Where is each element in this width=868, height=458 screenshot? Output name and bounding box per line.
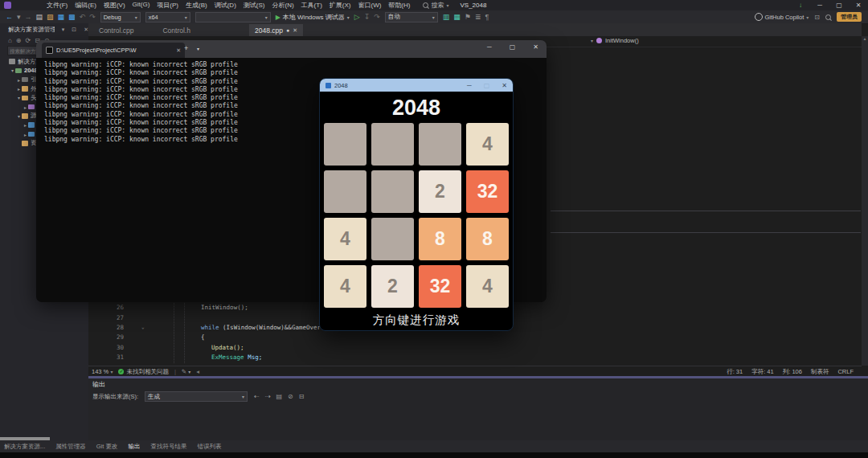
messages-icon[interactable]: ▤: [276, 393, 283, 400]
line-number: 26: [100, 304, 124, 311]
game-close-button[interactable]: ✕: [502, 82, 507, 89]
nav-back-icon[interactable]: ←: [6, 13, 13, 21]
dock-chevron-icon[interactable]: ▾: [62, 27, 65, 33]
editor-tab[interactable]: Control.cpp: [93, 24, 139, 36]
pin-icon[interactable]: ⊡: [72, 27, 76, 33]
editor-tab[interactable]: 2048.cpp●✕: [249, 24, 303, 36]
step-over-icon[interactable]: ↷: [374, 13, 380, 21]
terminal-titlebar[interactable]: D:\UE5Project\Project\CPP\W ✕ + ▾ ─ ▢ ✕: [36, 40, 547, 58]
nav-back-dropdown-icon[interactable]: ▾: [17, 13, 21, 21]
clear-all-icon[interactable]: ⊘: [288, 393, 293, 400]
vs-2022-window: 文件(F)编辑(E)视图(V)Git(G)项目(P)生成(B)调试(D)测试(S…: [0, 0, 868, 458]
tree-expander-icon[interactable]: ▸: [23, 122, 28, 128]
profiler-play-icon[interactable]: ▷: [354, 13, 360, 21]
tab-close-icon[interactable]: ✕: [293, 27, 297, 34]
home-icon[interactable]: ⌂: [8, 37, 12, 44]
menu-item[interactable]: 生成(B): [186, 1, 207, 10]
feedback-icon[interactable]: ⊡: [814, 14, 820, 21]
indent-icon[interactable]: ≣: [475, 13, 481, 21]
next-message-icon[interactable]: ⇢: [265, 393, 271, 400]
bottom-panel-tab[interactable]: Git 更改: [96, 443, 118, 451]
menu-item[interactable]: 测试(S): [244, 1, 265, 10]
tree-expander-icon[interactable]: ▸: [16, 86, 22, 92]
new-file-icon[interactable]: ▤: [36, 13, 43, 21]
editor-vertical-scrollbar[interactable]: ▲: [862, 36, 868, 366]
editor-tab[interactable]: Control.h: [157, 24, 196, 36]
update-available-icon[interactable]: ↓: [799, 2, 802, 9]
terminal-tab[interactable]: D:\UE5Project\Project\CPP\W ✕: [42, 43, 185, 58]
menu-item[interactable]: 扩展(X): [330, 1, 351, 10]
new-tab-button[interactable]: +: [184, 44, 188, 52]
output-panel-title: 输出: [88, 378, 868, 389]
startup-item-dropdown[interactable]: ▾: [195, 12, 271, 22]
configuration-dropdown[interactable]: Debug▾: [100, 12, 141, 22]
terminal-tab-close-icon[interactable]: ✕: [176, 47, 181, 54]
memory-icon[interactable]: ▦: [453, 13, 461, 21]
document-health-indicator[interactable]: ✓ 未找到相关问题: [118, 368, 169, 376]
terminal-close-button[interactable]: ✕: [533, 43, 538, 51]
menu-item[interactable]: 窗口(W): [358, 1, 381, 10]
tile-32: 32: [466, 170, 509, 213]
tree-expander-icon[interactable]: ▸: [23, 104, 28, 110]
step-into-icon[interactable]: ↧: [364, 13, 371, 21]
save-all-icon[interactable]: ▩: [68, 13, 76, 21]
bottom-panel-tab[interactable]: 输出: [128, 443, 140, 451]
open-folder-icon[interactable]: ▨: [47, 13, 54, 21]
menu-item[interactable]: 帮助(H): [388, 1, 410, 10]
game-minimize-button[interactable]: ─: [467, 82, 472, 89]
redo-icon[interactable]: ↷: [89, 13, 96, 21]
menu-item[interactable]: 视图(V): [104, 1, 125, 10]
refresh-icon[interactable]: ⟳: [26, 37, 31, 44]
zoom-dropdown[interactable]: 143 % ▾: [92, 368, 113, 375]
minimize-button[interactable]: ─: [810, 2, 829, 9]
wordwrap-icon[interactable]: ⊟: [299, 393, 305, 400]
tree-node-icon: [22, 113, 28, 119]
bookmark-icon[interactable]: ⚑: [465, 13, 471, 21]
add-item-icon[interactable]: ⊕: [16, 37, 22, 44]
pilcrow-icon[interactable]: ¶: [485, 13, 489, 21]
run-button[interactable]: ▶ 本地 Windows 调试器 ▾: [276, 13, 350, 22]
undo-icon[interactable]: ↶: [80, 13, 86, 21]
bottom-panel-tab[interactable]: 查找符号结果: [150, 443, 186, 451]
unsaved-dot-icon: ●: [286, 27, 289, 33]
menu-item[interactable]: 工具(T): [301, 1, 322, 10]
tab-dropdown-icon[interactable]: ▾: [197, 46, 199, 51]
code-cleanup-icon[interactable]: ✎ ▾: [182, 368, 190, 375]
tree-expander-icon[interactable]: ▾: [10, 67, 15, 73]
tree-expander-icon[interactable]: ▸: [16, 77, 22, 83]
nav-forward-icon[interactable]: →: [25, 13, 32, 21]
platform-dropdown[interactable]: x64▾: [145, 12, 190, 22]
bottom-panel-tab[interactable]: 解决方案资源...: [4, 443, 45, 451]
empty-tile: [419, 123, 461, 166]
search-chevron-icon: ▾: [446, 2, 448, 8]
output-source-dropdown[interactable]: 生成▾: [145, 391, 248, 402]
terminal-minimize-button[interactable]: ─: [487, 43, 492, 51]
tree-expander-icon[interactable]: ▾: [16, 95, 22, 100]
tree-expander-icon[interactable]: ▾: [16, 113, 22, 119]
menu-item[interactable]: 编辑(E): [75, 1, 96, 10]
menu-item[interactable]: Git(G): [133, 1, 150, 10]
bottom-panel-tab[interactable]: 错误列表: [197, 443, 221, 451]
bottom-panel-tab[interactable]: 属性管理器: [55, 443, 86, 451]
attach-dropdown[interactable]: 自动▾: [385, 12, 438, 22]
maximize-button[interactable]: ▢: [829, 2, 849, 9]
account-badge[interactable]: 管理员: [837, 12, 862, 22]
game-titlebar[interactable]: 2048 ─ ▢ ✕: [320, 79, 513, 92]
menu-item[interactable]: 文件(F): [47, 1, 68, 10]
terminal-maximize-button[interactable]: ▢: [510, 43, 516, 51]
zoom-value: 143 %: [92, 368, 108, 375]
github-copilot-button[interactable]: GitHub Copilot ▾: [755, 13, 809, 21]
close-button[interactable]: ✕: [849, 2, 868, 9]
collapse-margin-icon[interactable]: ◂: [196, 368, 199, 375]
tree-expander-icon[interactable]: ▸: [23, 132, 28, 137]
prev-message-icon[interactable]: ⇠: [254, 393, 260, 400]
diagnostics-icon[interactable]: ▥: [443, 13, 450, 21]
menu-item[interactable]: 项目(P): [157, 1, 178, 10]
fold-chevron-icon[interactable]: ⌄: [141, 324, 145, 329]
menu-item[interactable]: 调试(D): [215, 1, 236, 10]
member-dropdown[interactable]: ▾ InitWindow(): [591, 37, 639, 44]
menu-item[interactable]: 分析(N): [272, 1, 293, 10]
toolbar-search-icon[interactable]: [825, 14, 831, 20]
save-icon[interactable]: ▦: [58, 13, 65, 21]
vs-search-box[interactable]: 搜索 ▾: [423, 1, 448, 10]
